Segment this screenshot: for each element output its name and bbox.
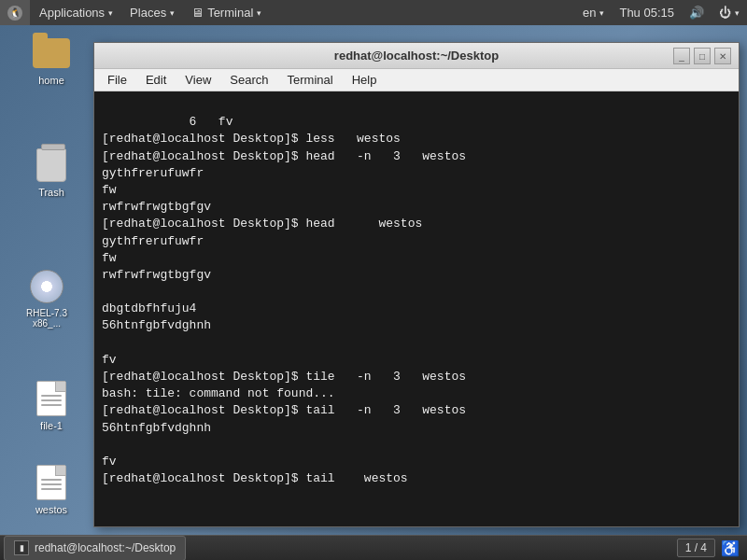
window-title: redhat@localhost:~/Desktop (334, 49, 499, 63)
menu-file[interactable]: File (98, 71, 136, 89)
desktop-icon-trash-label: Trash (38, 187, 64, 198)
volume-button[interactable]: 🔊 (682, 0, 712, 25)
menu-bar: File Edit View Search Terminal Help (94, 69, 739, 91)
clock: Thu 05:15 (612, 0, 682, 25)
applications-chevron-icon: ▾ (108, 8, 113, 18)
terminal-menu[interactable]: 🖥 Terminal ▾ (184, 0, 269, 25)
taskbar-terminal-label: redhat@localhost:~/Desktop (35, 541, 176, 554)
file-icon (36, 381, 66, 416)
desktop-icon-trash[interactable]: Trash (19, 147, 84, 198)
menu-edit[interactable]: Edit (136, 71, 176, 89)
file-westos-icon (36, 465, 66, 500)
menu-view[interactable]: View (176, 71, 220, 89)
workspace-pager[interactable]: 1 / 4 (677, 539, 715, 557)
taskbar-terminal-item[interactable]: ▮ redhat@localhost:~/Desktop (4, 536, 186, 561)
taskbar-terminal-icon: ▮ (14, 540, 29, 555)
power-chevron-icon: ▾ (735, 8, 740, 18)
language-selector[interactable]: en ▾ (575, 0, 612, 25)
window-controls: _ □ ✕ (673, 43, 731, 69)
places-chevron-icon: ▾ (170, 8, 175, 18)
desktop-icon-cd-label: RHEL-7.3x86_... (26, 308, 67, 329)
taskbar: ▮ redhat@localhost:~/Desktop 1 / 4 ♿ (0, 535, 747, 560)
maximize-button[interactable]: □ (694, 48, 711, 64)
taskbar-right: 1 / 4 ♿ (677, 539, 740, 557)
lang-chevron-icon: ▾ (599, 8, 604, 18)
menu-search[interactable]: Search (220, 71, 277, 89)
system-logo-icon: 🐧 (7, 6, 22, 21)
desktop-icon-cd[interactable]: RHEL-7.3x86_... (14, 268, 79, 329)
minimize-button[interactable]: _ (673, 48, 690, 64)
desktop-icon-westos-label: westos (35, 504, 67, 515)
menu-terminal[interactable]: Terminal (278, 71, 343, 89)
terminal-window: redhat@localhost:~/Desktop _ □ ✕ File Ed… (93, 42, 740, 527)
menu-help[interactable]: Help (343, 71, 387, 89)
power-icon: ⏻ (719, 6, 731, 20)
desktop-icon-home[interactable]: home (19, 35, 84, 86)
power-button[interactable]: ⏻ ▾ (712, 0, 747, 25)
cd-icon (30, 270, 63, 303)
trash-icon (36, 148, 66, 182)
desktop: home Trash RHEL-7.3x86_... file-1 (0, 25, 747, 560)
system-top-bar: 🐧 Applications ▾ Places ▾ 🖥 Terminal ▾ e… (0, 0, 747, 25)
desktop-icon-file1[interactable]: file-1 (19, 380, 84, 431)
volume-icon: 🔊 (689, 6, 704, 20)
places-menu[interactable]: Places ▾ (122, 0, 182, 25)
terminal-icon: 🖥 (191, 6, 204, 20)
accessibility-icon[interactable]: ♿ (721, 539, 740, 557)
desktop-icon-file1-label: file-1 (40, 420, 63, 431)
applications-menu[interactable]: Applications ▾ (32, 0, 120, 25)
desktop-icon-westos[interactable]: westos (19, 464, 84, 515)
system-menu-button[interactable]: 🐧 (0, 0, 30, 25)
folder-icon (33, 38, 70, 68)
title-bar: redhat@localhost:~/Desktop _ □ ✕ (94, 43, 739, 69)
terminal-content[interactable]: 6 fv [redhat@localhost Desktop]$ less we… (94, 91, 739, 526)
desktop-icon-home-label: home (38, 75, 64, 86)
terminal-chevron-icon: ▾ (257, 8, 261, 18)
terminal-output: 6 fv [redhat@localhost Desktop]$ less we… (102, 115, 466, 485)
close-button[interactable]: ✕ (714, 48, 731, 64)
